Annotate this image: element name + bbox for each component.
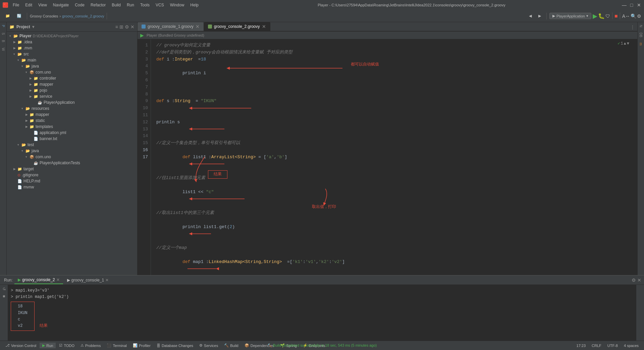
- panel-collapse-all[interactable]: ≡: [115, 24, 118, 30]
- tree-label-gitignore: .gitignore: [22, 173, 38, 177]
- breadcrumb-file[interactable]: groovy_console_2.groovy: [62, 14, 104, 18]
- tab-close-2[interactable]: ✕: [262, 24, 266, 29]
- tree-item-comuno2[interactable]: ▾ 📦 com.uno: [7, 154, 137, 160]
- back-btn[interactable]: ◀: [526, 13, 534, 19]
- translate-btn[interactable]: A↔: [622, 12, 630, 20]
- tree-item-test[interactable]: ▾ 📂 test: [7, 142, 137, 148]
- forward-btn[interactable]: ▶: [536, 13, 544, 19]
- minimize-button[interactable]: —: [622, 3, 627, 7]
- search-btn[interactable]: 🔍: [631, 12, 636, 20]
- debug-button[interactable]: 🐛: [598, 12, 605, 20]
- tree-item-resources[interactable]: ▾ 📂 resources: [7, 105, 137, 112]
- sidebar-icon-bookmarks[interactable]: B: [1, 39, 6, 44]
- tab-more-button[interactable]: ⋮: [628, 24, 637, 31]
- tree-item-mvn[interactable]: ▶ 📁 .mvn: [7, 45, 137, 51]
- bottom-stop-icon[interactable]: ■: [1, 293, 7, 300]
- tree-item-mvnw[interactable]: 📄 mvnw: [7, 184, 137, 190]
- run-with-coverage-btn[interactable]: 🛡: [605, 12, 610, 20]
- status-terminal[interactable]: ⬛ Terminal: [104, 343, 129, 348]
- menu-vcs[interactable]: VCS: [153, 2, 167, 8]
- menu-code[interactable]: Code: [72, 2, 87, 8]
- folder-icon-service: 📁: [34, 94, 38, 99]
- tree-item-idea[interactable]: ▶ 📁 .idea: [7, 39, 137, 45]
- git-icon: ⎇: [5, 343, 10, 348]
- bottom-tab-groovy-console-1[interactable]: ▶ groovy_console_1 ✕: [64, 276, 112, 284]
- maven-icon[interactable]: m: [638, 41, 643, 47]
- tree-item-playerapplication[interactable]: ☕ PlayerApplication: [7, 99, 137, 105]
- tree-item-root[interactable]: ▾ 📂 Player D:\IDEA\IDEAProject\Player: [7, 33, 137, 39]
- status-version-control[interactable]: ⎇ Version Control: [3, 343, 39, 348]
- status-crlf[interactable]: CRLF: [589, 343, 604, 348]
- run-button[interactable]: ▶: [593, 12, 597, 20]
- tree-item-banner[interactable]: 📄 banner.txt: [7, 136, 137, 142]
- menu-tools[interactable]: Tools: [138, 2, 152, 8]
- settings-btn[interactable]: ⚙: [637, 12, 641, 20]
- tab-groovy-console-2[interactable]: groovy_console_2.groovy ✕: [204, 22, 270, 32]
- menu-view[interactable]: View: [36, 2, 50, 8]
- tree-item-service[interactable]: ▶ 📁 service: [7, 93, 137, 99]
- tree-item-java2[interactable]: ▾ 📂 java: [7, 148, 137, 154]
- menu-help[interactable]: Help: [187, 2, 201, 8]
- status-db-changes[interactable]: 🗄 Database Changes: [154, 343, 196, 348]
- status-indent[interactable]: 4 spaces: [621, 343, 641, 348]
- tab-close-1[interactable]: ✕: [196, 24, 200, 29]
- status-services[interactable]: ⚙ Services: [197, 343, 221, 348]
- menu-refactor[interactable]: Refactor: [88, 2, 108, 8]
- menu-file[interactable]: File: [10, 2, 22, 8]
- status-line-col[interactable]: 17:23: [574, 343, 589, 348]
- tree-item-templates[interactable]: ▶ 📁 templates: [7, 124, 137, 130]
- code-content[interactable]: ✓ 1 ▲ ▼ // groovy中如何定义变量 //def是弱类型的，groo…: [151, 39, 637, 275]
- tree-item-gitignore[interactable]: ⊙ .gitignore: [7, 172, 137, 178]
- bottom-tab-groovy-console-2[interactable]: ▶ groovy_console_2 ✕: [14, 276, 63, 284]
- tree-item-mapper-res[interactable]: ▶ 📁 mapper: [7, 112, 137, 118]
- chevron-down-icon: ▾: [586, 14, 588, 18]
- panel-expand[interactable]: ⊞: [119, 24, 123, 30]
- stop-button[interactable]: ■: [614, 12, 618, 20]
- panel-gear[interactable]: ⚙: [125, 24, 129, 30]
- bottom-settings-btn[interactable]: ⚙: [632, 277, 636, 283]
- bottom-close-btn[interactable]: ✕: [637, 277, 641, 283]
- bottom-tab-close-1[interactable]: ✕: [105, 278, 109, 282]
- database-icon[interactable]: DB: [638, 31, 643, 39]
- tree-item-pojo[interactable]: ▶ 📁 pojo: [7, 87, 137, 93]
- tree-item-mapper[interactable]: ▶ 📁 mapper: [7, 81, 137, 87]
- tree-item-java[interactable]: ▾ 📂 java: [7, 63, 137, 69]
- menu-build[interactable]: Build: [109, 2, 123, 8]
- tree-item-src[interactable]: ▾ 📂 src: [7, 51, 137, 57]
- close-button[interactable]: ✕: [637, 3, 641, 7]
- menu-window[interactable]: Window: [167, 2, 187, 8]
- tree-item-target[interactable]: ▶ 📁 target: [7, 166, 137, 172]
- bottom-tab-close-2[interactable]: ✕: [56, 277, 60, 282]
- run-output[interactable]: > map1.key3='v3' > println map1.get('k2'…: [8, 285, 636, 341]
- tab-groovy-console-1[interactable]: groovy_console_1.groovy ✕: [138, 22, 204, 31]
- panel-close[interactable]: ✕: [130, 24, 135, 30]
- tree-item-controller[interactable]: ▶ 📁 controller: [7, 75, 137, 81]
- sidebar-icon-structure[interactable]: S: [1, 31, 6, 36]
- tree-item-static[interactable]: ▶ 📁 static: [7, 118, 137, 124]
- project-view-btn[interactable]: 📁: [3, 13, 13, 19]
- tree-item-appyml[interactable]: 📄 application.yml: [7, 130, 137, 136]
- status-profiler[interactable]: 📊 Profiler: [130, 343, 153, 348]
- restart-icon[interactable]: ↺: [1, 286, 7, 292]
- status-encoding[interactable]: UTF-8: [605, 343, 621, 348]
- notifications-icon[interactable]: N: [638, 24, 643, 29]
- tree-item-tests[interactable]: ☕ PlayerApplicationTests: [7, 160, 137, 166]
- menu-navigate[interactable]: Navigate: [50, 2, 71, 8]
- sync-btn[interactable]: 🔄: [14, 13, 24, 19]
- tree-item-helpmd[interactable]: 📄 HELP.md: [7, 178, 137, 184]
- status-todo[interactable]: ☑ TODO: [56, 343, 77, 348]
- status-build[interactable]: 🔨 Build: [221, 343, 241, 348]
- line-num-4: 4: [138, 63, 151, 70]
- status-run[interactable]: ▶ Run: [40, 343, 56, 348]
- run-config-selector[interactable]: ▶ PlayerApplication ▾: [549, 13, 591, 19]
- code-editor[interactable]: 1 2 3 4 5 6 7 8 9 10 11 12 13 14 15 16 1…: [138, 39, 637, 275]
- maximize-button[interactable]: □: [629, 3, 634, 7]
- tree-item-main[interactable]: ▾ 📂 main: [7, 57, 137, 63]
- menu-run[interactable]: Run: [124, 2, 137, 8]
- menu-edit[interactable]: Edit: [22, 2, 35, 8]
- status-problems[interactable]: ⚠ Problems: [78, 343, 103, 348]
- sidebar-icon-project[interactable]: P: [1, 24, 6, 29]
- sidebar-icon-web[interactable]: W: [1, 46, 6, 52]
- tree-item-comuno[interactable]: ▾ 📦 com.uno: [7, 69, 137, 75]
- breadcrumb-groovy-consoles[interactable]: Groovy Consoles: [30, 14, 58, 18]
